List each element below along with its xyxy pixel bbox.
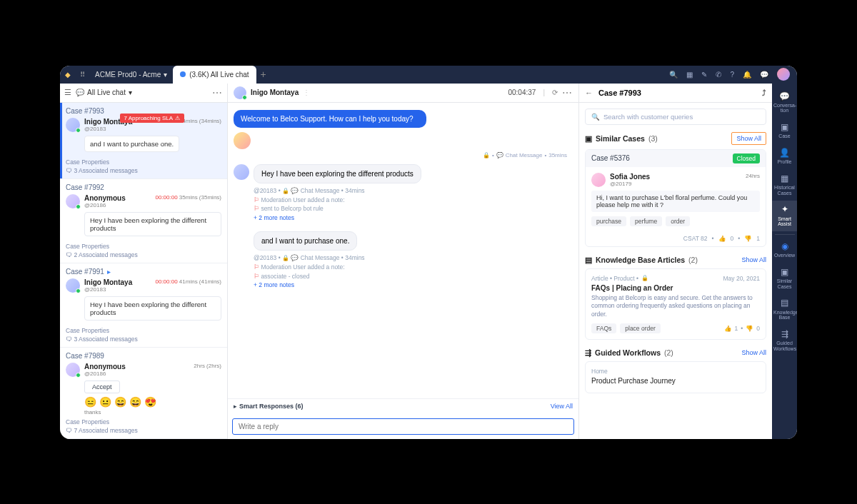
case-item-7989[interactable]: Case #7989 Anonymous@20186 2hrs (2hrs) A… xyxy=(60,348,227,439)
bell-icon[interactable]: 🔔 xyxy=(743,71,751,79)
case-details-panel: ← Case #7993 ⤴ 🔍 Search with customer qu… xyxy=(579,84,772,439)
thumbs-down-icon[interactable]: 👎 xyxy=(746,325,753,332)
lock-icon: 🔒 xyxy=(641,275,648,281)
sidebar-item-overview[interactable]: ◉Overview xyxy=(772,238,797,263)
case-item-7992[interactable]: Case #7992 Anonymous@20186 00:00:00 35mi… xyxy=(60,179,227,263)
edit-icon[interactable]: ✎ xyxy=(701,71,707,79)
list-filter-label: All Live chat xyxy=(87,89,126,96)
chat-icon[interactable]: 💬 xyxy=(760,71,768,79)
calendar-icon[interactable]: ▦ xyxy=(686,71,693,79)
reaction-label: thanks xyxy=(84,409,221,415)
user-handle: @20179 xyxy=(610,181,650,187)
lock-icon: 🔒 xyxy=(282,255,289,261)
similar-case-card[interactable]: Case #5376Closed Sofia Jones@20179 24hrs… xyxy=(585,149,766,247)
thumbs-up-icon[interactable]: 👍 xyxy=(724,325,732,332)
case-properties-link[interactable]: Case Properties xyxy=(66,158,221,166)
case-list-header: ☰ 💬 All Live chat ▾ ⋯ xyxy=(60,84,227,103)
more-notes-link[interactable]: + 2 more notes xyxy=(254,214,294,221)
case-timing: 00:00:00 35mins (35mins) xyxy=(155,194,221,201)
preview-message: and I want to purchase one. xyxy=(84,136,179,152)
assist-icon: ✦ xyxy=(773,205,796,214)
workspace-dropdown[interactable]: ACME Prod0 - Acme ▾ xyxy=(89,71,173,79)
apps-grid-icon[interactable]: ⠿ xyxy=(76,71,89,79)
case-item-7993[interactable]: Case #7993 7 Approaching SLA ⚠ Inigo Mon… xyxy=(60,103,227,179)
accept-button[interactable]: Accept xyxy=(84,380,120,393)
user-name: Inigo Montaya xyxy=(84,278,132,286)
profile-icon: 👤 xyxy=(773,148,796,158)
lock-icon: 🔒 xyxy=(282,188,289,194)
user-handle: @20186 xyxy=(84,202,126,208)
msg-meta: @20183 • 🔒 💬 Chat Message • 34mins xyxy=(254,186,573,196)
section-count: (2) xyxy=(688,256,698,264)
tag[interactable]: FAQs xyxy=(591,323,616,333)
list-more-icon[interactable]: ⋯ xyxy=(212,87,223,99)
customer-query-search[interactable]: 🔍 Search with customer queries xyxy=(585,109,766,125)
tab-livechat[interactable]: (3.6K) All Live chat xyxy=(173,66,256,84)
customer-message-row: and I want to purchase one. xyxy=(234,231,573,251)
section-count: (3) xyxy=(648,134,658,143)
chevron-down-icon: ▾ xyxy=(164,71,167,79)
chevron-down-icon: ▾ xyxy=(129,89,132,96)
view-all-link[interactable]: View All xyxy=(551,403,573,410)
case-properties-link[interactable]: Case Properties xyxy=(66,418,221,425)
sidebar-item-smartassist[interactable]: ✦Smart Assist xyxy=(772,201,797,231)
case-id-label: Case #7992 xyxy=(66,183,104,191)
sidebar-item-kb[interactable]: ▤Knowledge Base xyxy=(772,294,797,325)
presence-dot-icon xyxy=(180,71,186,77)
sidebar-item-conversation[interactable]: 💬Conversa-tion xyxy=(772,88,797,119)
workflow-name: Product Purchase Journey xyxy=(591,377,760,385)
sidebar-item-case[interactable]: ▣Case xyxy=(772,119,797,143)
avatar xyxy=(66,194,80,208)
case-id-label: Case #7993 xyxy=(66,107,104,115)
tag[interactable]: purchase xyxy=(591,216,626,226)
user-name: Anonymous xyxy=(84,363,126,371)
tag[interactable]: perfume xyxy=(630,216,662,226)
reply-input[interactable] xyxy=(232,418,574,435)
kb-article-card[interactable]: Article • Product •🔒May 20, 2021 FAQs | … xyxy=(585,268,766,341)
sidebar-item-similar[interactable]: ▣Similar Cases xyxy=(772,263,797,294)
associated-link[interactable]: 🗨 7 Associated messages xyxy=(66,427,221,434)
associated-link[interactable]: 🗨 2 Associated messages xyxy=(66,251,221,258)
workflow-card[interactable]: Home Product Purchase Journey xyxy=(585,361,766,393)
list-filter-dropdown[interactable]: 💬 All Live chat ▾ xyxy=(76,89,208,96)
flow-icon: ⇶ xyxy=(773,330,796,339)
help-icon[interactable]: ? xyxy=(730,71,734,79)
phone-icon[interactable]: ✆ xyxy=(716,71,721,79)
app-body: ☰ 💬 All Live chat ▾ ⋯ Case #7993 7 Appro… xyxy=(60,84,797,439)
case-properties-link[interactable]: Case Properties xyxy=(66,243,221,250)
case-properties-link[interactable]: Case Properties xyxy=(66,327,221,334)
associated-link[interactable]: 🗨 3 Associated messages xyxy=(66,167,221,174)
app-frame: { "titlebar":{ "workspace":"ACME Prod0 -… xyxy=(60,66,797,439)
refresh-icon[interactable]: ⟳ xyxy=(552,89,558,96)
back-icon[interactable]: ← xyxy=(585,89,593,97)
kb-icon: ▤ xyxy=(585,256,592,264)
smart-responses-bar[interactable]: ▸ Smart Responses (6) View All xyxy=(228,398,578,414)
show-all-link[interactable]: Show All xyxy=(741,256,766,263)
show-all-link[interactable]: Show All xyxy=(731,132,766,145)
user-avatar[interactable] xyxy=(777,68,790,81)
conversation-panel: Inigo Montaya ⋮ 00:04:37 | ⟳ ⋯ Welcome t… xyxy=(228,84,579,439)
sidebar-item-workflows[interactable]: ⇶Guided Workflows xyxy=(772,326,797,356)
conversation-more-icon[interactable]: ⋯ xyxy=(562,87,573,99)
sidebar-item-profile[interactable]: 👤Profile xyxy=(772,144,797,169)
msg-meta: 🔒•💬Chat Message•35mins xyxy=(234,152,567,158)
preview-message: Hey I have been exploring the different … xyxy=(84,212,221,236)
similar-case-id: Case #5376 xyxy=(591,154,630,162)
search-icon[interactable]: 🔍 xyxy=(669,71,678,79)
workflow-icon: ⇶ xyxy=(585,348,591,357)
tag[interactable]: order xyxy=(666,216,690,226)
associated-link[interactable]: 🗨 3 Associated messages xyxy=(66,336,221,343)
show-all-link[interactable]: Show All xyxy=(741,349,766,356)
workflow-breadcrumb: Home xyxy=(591,368,760,375)
customer-message: and I want to purchase one. xyxy=(254,231,357,251)
kb-title: FAQs | Placing an Order xyxy=(591,284,760,292)
more-notes-link[interactable]: + 2 more notes xyxy=(254,281,294,288)
tab-add-button[interactable]: + xyxy=(256,69,271,80)
menu-icon[interactable]: ☰ xyxy=(64,88,71,97)
preview-message: Hey I have been exploring the different … xyxy=(84,296,221,321)
user-name: Sofia Jones xyxy=(610,173,650,181)
sidebar-item-historical[interactable]: ▦Historical Cases xyxy=(772,170,797,201)
tag[interactable]: place order xyxy=(620,323,661,333)
share-icon[interactable]: ⤴ xyxy=(762,89,766,97)
case-item-7991[interactable]: Case #7991 ▸ Inigo Montaya@20183 00:00:0… xyxy=(60,263,227,348)
